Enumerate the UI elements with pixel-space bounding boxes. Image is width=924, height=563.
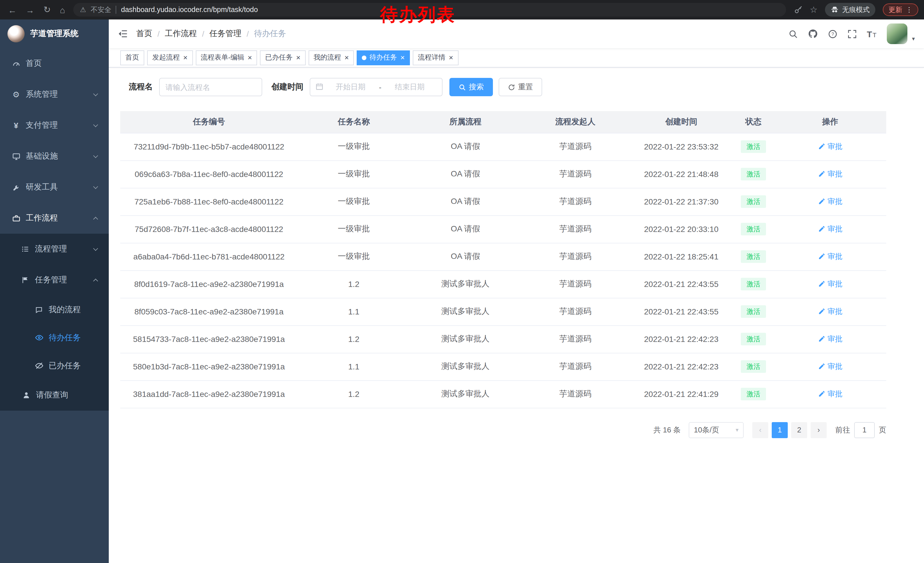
close-icon[interactable]: × bbox=[248, 54, 252, 61]
bookmark-star-icon[interactable]: ☆ bbox=[810, 5, 818, 15]
gear-icon: ⚙ bbox=[12, 90, 21, 99]
approve-link[interactable]: 审批 bbox=[818, 279, 842, 289]
approve-link[interactable]: 审批 bbox=[818, 197, 842, 207]
sidebar-item-process-mgmt[interactable]: 流程管理 bbox=[0, 234, 109, 264]
page-button-2[interactable]: 2 bbox=[791, 422, 807, 438]
sidebar-item-done-tasks[interactable]: 已办任务 bbox=[0, 352, 109, 380]
chevron-down-icon[interactable]: ▾ bbox=[912, 36, 915, 44]
process-name-input[interactable] bbox=[159, 78, 262, 96]
cell-created: 2022-01-21 22:41:29 bbox=[630, 380, 733, 408]
sidebar-item-label: 研发工具 bbox=[26, 182, 58, 192]
update-label[interactable]: 更新 bbox=[888, 5, 902, 15]
sidebar-item-my-process[interactable]: 我的流程 bbox=[0, 296, 109, 324]
font-size-icon[interactable]: TT bbox=[867, 29, 877, 39]
security-label[interactable]: 不安全 bbox=[91, 5, 111, 15]
task-table: 任务编号 任务名称 所属流程 流程发起人 创建时间 状态 操作 73211d9d… bbox=[120, 111, 886, 408]
tab-home[interactable]: 首页 bbox=[120, 50, 144, 65]
approve-link[interactable]: 审批 bbox=[818, 389, 842, 399]
end-date-placeholder[interactable]: 结束日期 bbox=[382, 82, 437, 92]
status-badge: 激活 bbox=[741, 360, 766, 373]
tab-todo-tasks[interactable]: 待办任务× bbox=[357, 50, 410, 65]
page-size-select[interactable]: 10条/页 ▾ bbox=[689, 422, 744, 438]
tab-label: 已办任务 bbox=[265, 53, 292, 62]
approve-link[interactable]: 审批 bbox=[818, 224, 842, 234]
cell-action: 审批 bbox=[774, 188, 886, 215]
cell-created: 2022-01-22 18:25:41 bbox=[630, 243, 733, 270]
page-button-1[interactable]: 1 bbox=[772, 422, 788, 438]
header-initiator: 流程发起人 bbox=[521, 111, 630, 133]
sidebar-item-devtools[interactable]: 研发工具 bbox=[0, 172, 109, 203]
chevron-down-icon bbox=[93, 246, 98, 251]
approve-link[interactable]: 审批 bbox=[818, 334, 842, 344]
back-icon[interactable]: ← bbox=[8, 5, 16, 15]
cell-task-id: 75d72608-7b7f-11ec-a3c8-acde48001122 bbox=[120, 215, 298, 243]
cell-task-name: 一级审批 bbox=[298, 215, 410, 243]
cell-status: 激活 bbox=[733, 325, 774, 353]
avatar[interactable] bbox=[887, 24, 908, 44]
annotation-overlay: 待办列表 bbox=[380, 3, 456, 27]
next-page-button[interactable]: › bbox=[811, 422, 826, 438]
date-range-picker[interactable]: 开始日期 - 结束日期 bbox=[310, 78, 442, 96]
forward-icon[interactable]: → bbox=[26, 5, 34, 15]
table-row: 8f059c03-7ac8-11ec-a9e2-a2380e71991a 1.1… bbox=[120, 298, 886, 325]
sidebar-item-workflow[interactable]: 工作流程 bbox=[0, 203, 109, 234]
fullscreen-icon[interactable] bbox=[847, 29, 857, 39]
update-button[interactable]: 更新 ⋮ bbox=[883, 3, 918, 16]
help-icon[interactable]: ? bbox=[828, 29, 837, 39]
browser-actions: ☆ 无痕模式 更新 ⋮ bbox=[794, 3, 924, 17]
tab-start-process[interactable]: 发起流程× bbox=[147, 50, 193, 65]
sidebar-collapse-icon[interactable] bbox=[109, 29, 136, 39]
home-icon[interactable]: ⌂ bbox=[60, 5, 65, 15]
goto-label: 前往 bbox=[835, 425, 850, 435]
breadcrumb-home[interactable]: 首页 bbox=[136, 29, 152, 39]
search-icon[interactable] bbox=[788, 29, 798, 39]
cell-process: 测试多审批人 bbox=[410, 325, 521, 353]
approve-link[interactable]: 审批 bbox=[818, 169, 842, 179]
close-icon[interactable]: × bbox=[183, 54, 188, 61]
sidebar-item-task-mgmt[interactable]: 任务管理 bbox=[0, 264, 109, 296]
sidebar-item-home[interactable]: 首页 bbox=[0, 48, 109, 79]
sidebar-item-leave-query[interactable]: 请假查询 bbox=[0, 380, 109, 411]
sidebar-item-infrastructure[interactable]: 基础设施 bbox=[0, 141, 109, 172]
search-button[interactable]: 搜索 bbox=[449, 78, 493, 96]
breadcrumb: 首页 / 工作流程 / 任务管理 / 待办任务 bbox=[136, 29, 286, 39]
sidebar-item-todo-tasks[interactable]: 待办任务 bbox=[0, 324, 109, 352]
tab-my-process[interactable]: 我的流程× bbox=[309, 50, 354, 65]
approve-link[interactable]: 审批 bbox=[818, 306, 842, 317]
breadcrumb-workflow[interactable]: 工作流程 bbox=[165, 29, 197, 39]
cell-initiator: 芋道源码 bbox=[521, 353, 630, 380]
sidebar-item-system[interactable]: ⚙ 系统管理 bbox=[0, 79, 109, 110]
tab-done-tasks[interactable]: 已办任务× bbox=[260, 50, 305, 65]
tab-form-editor[interactable]: 流程表单-编辑× bbox=[195, 50, 257, 65]
chat-bubble-icon bbox=[34, 305, 44, 314]
goto-page-input[interactable] bbox=[854, 422, 875, 438]
reload-icon[interactable]: ↻ bbox=[44, 5, 51, 15]
key-icon[interactable] bbox=[794, 6, 802, 14]
close-icon[interactable]: × bbox=[296, 54, 300, 61]
prev-page-button[interactable]: ‹ bbox=[752, 422, 768, 438]
close-icon[interactable]: × bbox=[400, 54, 405, 61]
sidebar-item-label: 基础设施 bbox=[26, 151, 58, 162]
browser-menu-icon[interactable]: ⋮ bbox=[906, 6, 912, 14]
url-text[interactable]: dashboard.yudao.iocoder.cn/bpm/task/todo bbox=[121, 6, 258, 14]
tab-process-detail[interactable]: 流程详情× bbox=[413, 50, 458, 65]
sidebar-item-label: 系统管理 bbox=[26, 89, 58, 100]
approve-link[interactable]: 审批 bbox=[818, 362, 842, 372]
sidebar-item-payment[interactable]: ¥ 支付管理 bbox=[0, 110, 109, 141]
approve-link[interactable]: 审批 bbox=[818, 251, 842, 262]
cell-initiator: 芋道源码 bbox=[521, 188, 630, 215]
calendar-icon bbox=[315, 82, 324, 92]
github-icon[interactable] bbox=[808, 29, 818, 39]
sidebar-item-label: 支付管理 bbox=[26, 120, 58, 131]
close-icon[interactable]: × bbox=[345, 54, 349, 61]
sidebar-item-label: 流程管理 bbox=[35, 244, 67, 254]
header-process: 所属流程 bbox=[410, 111, 521, 133]
approve-link[interactable]: 审批 bbox=[818, 141, 842, 152]
cell-action: 审批 bbox=[774, 133, 886, 161]
close-icon[interactable]: × bbox=[449, 54, 453, 61]
breadcrumb-task-mgmt[interactable]: 任务管理 bbox=[210, 29, 242, 39]
tab-label: 流程表单-编辑 bbox=[201, 53, 244, 62]
cell-created: 2022-01-22 21:48:48 bbox=[630, 161, 733, 188]
start-date-placeholder[interactable]: 开始日期 bbox=[324, 82, 378, 92]
reset-button[interactable]: 重置 bbox=[499, 78, 542, 96]
